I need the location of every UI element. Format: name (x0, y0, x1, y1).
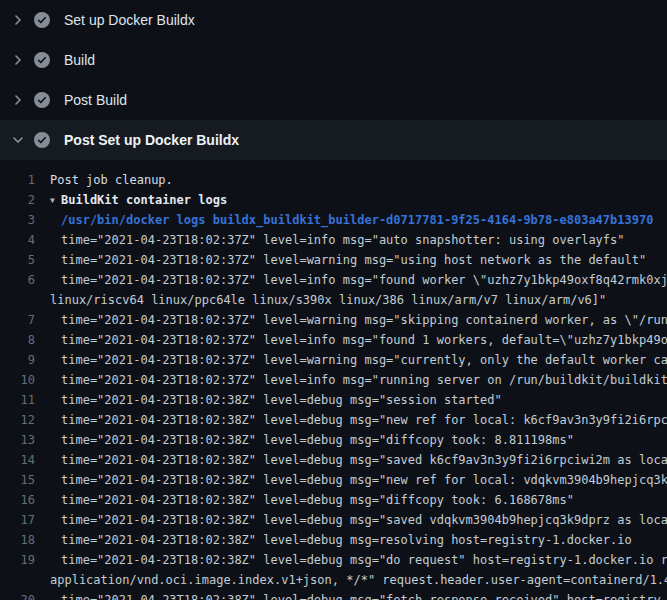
group-label: BuildKit container logs (61, 193, 227, 207)
log-text: Post job cleanup. (35, 170, 173, 190)
log-line: 12 time="2021-04-23T18:02:38Z" level=deb… (0, 410, 667, 430)
log-text: time="2021-04-23T18:02:37Z" level=info m… (35, 370, 667, 390)
log-line: 4 time="2021-04-23T18:02:37Z" level=info… (0, 230, 667, 250)
log-line: 6 time="2021-04-23T18:02:37Z" level=info… (0, 270, 667, 290)
line-number[interactable]: 15 (0, 470, 35, 490)
line-number (0, 290, 35, 310)
step-label: Build (64, 52, 95, 68)
check-circle-icon (34, 52, 50, 68)
log-line: 15 time="2021-04-23T18:02:38Z" level=deb… (0, 470, 667, 490)
line-number[interactable]: 4 (0, 230, 35, 250)
log-line: 17 time="2021-04-23T18:02:38Z" level=deb… (0, 510, 667, 530)
line-number[interactable]: 13 (0, 430, 35, 450)
line-number[interactable]: 5 (0, 250, 35, 270)
step-label: Post Build (64, 92, 127, 108)
log-line: 1 Post job cleanup. (0, 170, 667, 190)
line-number[interactable]: 3 (0, 210, 35, 230)
line-number (0, 570, 35, 590)
log-text: time="2021-04-23T18:02:38Z" level=debug … (35, 450, 667, 470)
chevron-right-icon[interactable] (10, 12, 34, 28)
line-number[interactable]: 12 (0, 410, 35, 430)
check-circle-icon (34, 132, 50, 148)
line-number[interactable]: 8 (0, 330, 35, 350)
log-output: 1 Post job cleanup. 2 ▼BuildKit containe… (0, 160, 667, 600)
log-line: 19 time="2021-04-23T18:02:38Z" level=deb… (0, 550, 667, 570)
log-text: time="2021-04-23T18:02:38Z" level=debug … (35, 430, 574, 450)
log-text: time="2021-04-23T18:02:37Z" level=warnin… (35, 350, 667, 370)
line-number[interactable]: 17 (0, 510, 35, 530)
line-number[interactable]: 11 (0, 390, 35, 410)
chevron-right-icon[interactable] (10, 52, 34, 68)
check-circle-icon (34, 92, 50, 108)
log-line-continuation: linux/riscv64 linux/ppc64le linux/s390x … (0, 290, 667, 310)
log-line: 8 time="2021-04-23T18:02:37Z" level=info… (0, 330, 667, 350)
actions-log-viewer: Set up Docker Buildx Build Post Build Po… (0, 0, 667, 600)
line-number[interactable]: 14 (0, 450, 35, 470)
line-number[interactable]: 1 (0, 170, 35, 190)
line-number[interactable]: 20 (0, 590, 35, 600)
log-text: time="2021-04-23T18:02:38Z" level=debug … (35, 470, 667, 490)
log-text: time="2021-04-23T18:02:38Z" level=debug … (35, 550, 667, 570)
group-collapse-icon[interactable]: ▼ (50, 191, 61, 210)
step-build[interactable]: Build (0, 40, 667, 80)
log-line: 7 time="2021-04-23T18:02:37Z" level=warn… (0, 310, 667, 330)
line-number[interactable]: 6 (0, 270, 35, 290)
log-text: ▼BuildKit container logs (35, 190, 227, 210)
log-line: 20 time="2021-04-23T18:02:38Z" level=deb… (0, 590, 667, 600)
log-line-continuation: application/vnd.oci.image.index.v1+json,… (0, 570, 667, 590)
step-post-setup-docker-buildx[interactable]: Post Set up Docker Buildx (0, 120, 667, 160)
log-line: 13 time="2021-04-23T18:02:38Z" level=deb… (0, 430, 667, 450)
log-text: time="2021-04-23T18:02:38Z" level=debug … (35, 590, 667, 600)
log-text: time="2021-04-23T18:02:37Z" level=info m… (35, 270, 667, 290)
line-number[interactable]: 16 (0, 490, 35, 510)
log-text: time="2021-04-23T18:02:38Z" level=debug … (35, 410, 667, 430)
step-label: Set up Docker Buildx (64, 12, 195, 28)
log-text: linux/riscv64 linux/ppc64le linux/s390x … (35, 290, 606, 310)
log-text: time="2021-04-23T18:02:37Z" level=warnin… (35, 310, 667, 330)
log-text: time="2021-04-23T18:02:37Z" level=warnin… (35, 250, 646, 270)
log-text: time="2021-04-23T18:02:38Z" level=debug … (35, 390, 502, 410)
step-setup-docker-buildx[interactable]: Set up Docker Buildx (0, 0, 667, 40)
log-line-group-header[interactable]: 2 ▼BuildKit container logs (0, 190, 667, 210)
log-line: 16 time="2021-04-23T18:02:38Z" level=deb… (0, 490, 667, 510)
line-number[interactable]: 9 (0, 350, 35, 370)
log-text: time="2021-04-23T18:02:37Z" level=info m… (35, 330, 667, 350)
log-line: 10 time="2021-04-23T18:02:37Z" level=inf… (0, 370, 667, 390)
line-number[interactable]: 7 (0, 310, 35, 330)
log-text: time="2021-04-23T18:02:38Z" level=debug … (35, 530, 632, 550)
log-text: /usr/bin/docker logs buildx_buildkit_bui… (35, 210, 653, 230)
line-number[interactable]: 2 (0, 190, 35, 210)
check-circle-icon (34, 12, 50, 28)
chevron-right-icon[interactable] (10, 92, 34, 108)
log-line: 14 time="2021-04-23T18:02:38Z" level=deb… (0, 450, 667, 470)
line-number[interactable]: 18 (0, 530, 35, 550)
chevron-down-icon[interactable] (10, 132, 34, 148)
log-line: 18 time="2021-04-23T18:02:38Z" level=deb… (0, 530, 667, 550)
line-number[interactable]: 19 (0, 550, 35, 570)
log-line: 5 time="2021-04-23T18:02:37Z" level=warn… (0, 250, 667, 270)
log-text: time="2021-04-23T18:02:38Z" level=debug … (35, 510, 667, 530)
log-line: 11 time="2021-04-23T18:02:38Z" level=deb… (0, 390, 667, 410)
log-line: 9 time="2021-04-23T18:02:37Z" level=warn… (0, 350, 667, 370)
log-line: 3 /usr/bin/docker logs buildx_buildkit_b… (0, 210, 667, 230)
log-text: application/vnd.oci.image.index.v1+json,… (35, 570, 667, 590)
log-text: time="2021-04-23T18:02:38Z" level=debug … (35, 490, 574, 510)
step-label: Post Set up Docker Buildx (64, 132, 239, 148)
log-text: time="2021-04-23T18:02:37Z" level=info m… (35, 230, 625, 250)
line-number[interactable]: 10 (0, 370, 35, 390)
step-post-build[interactable]: Post Build (0, 80, 667, 120)
